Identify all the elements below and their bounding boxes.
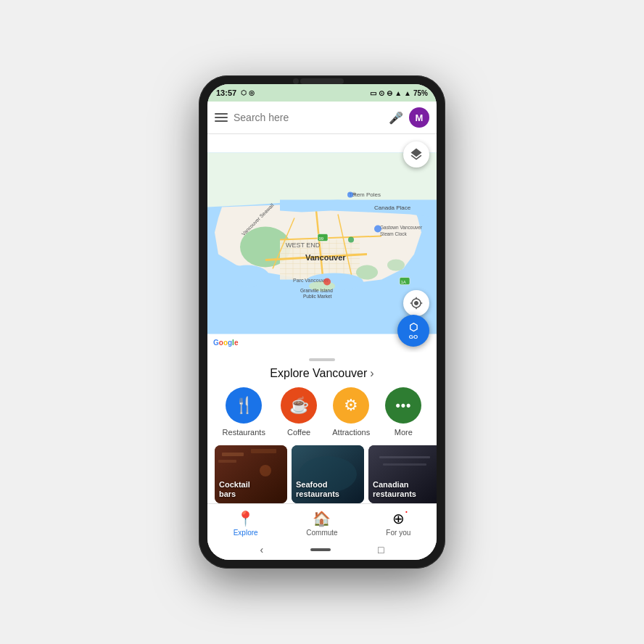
svg-rect-52 (218, 460, 236, 463)
svg-point-44 (347, 192, 353, 198)
seafood-restaurants-card[interactable]: Seafoodrestaurants (292, 445, 364, 503)
minus-icon: ⊖ (387, 89, 392, 97)
svg-point-26 (356, 265, 378, 280)
svg-rect-50 (222, 453, 244, 456)
google-logo: Google (213, 339, 238, 347)
home-button[interactable] (310, 548, 331, 551)
seafood-restaurants-label: Seafoodrestaurants (296, 480, 339, 499)
attractions-icon: ⚙ (333, 387, 369, 424)
cast-icon: ▭ (370, 89, 376, 97)
status-bar: 13:57 ⬡ ◎ ▭ ⊙ ⊖ ▲ ▲ 75% (207, 84, 437, 102)
svg-rect-60 (383, 463, 426, 466)
time: 13:57 (216, 88, 236, 97)
svg-point-53 (260, 465, 271, 476)
go-button[interactable]: ⬡ GO (397, 315, 429, 347)
svg-point-43 (374, 226, 381, 233)
svg-text:Granville Island: Granville Island (300, 288, 333, 293)
canadian-restaurants-card[interactable]: Canadianrestaurants (368, 445, 437, 503)
location-button[interactable] (403, 290, 429, 316)
battery: 75% (413, 89, 428, 97)
search-bar: 🎤 M (207, 102, 437, 134)
phone-frame: 13:57 ⬡ ◎ ▭ ⊙ ⊖ ▲ ▲ 75% 🎤 M (199, 75, 445, 569)
svg-text:Public Market: Public Market (303, 294, 332, 299)
nav-explore[interactable]: 📍 Explore (207, 510, 284, 537)
map-layers-button[interactable] (403, 141, 429, 168)
categories: 🍴 Restaurants ☕ Coffee ⚙ Attractions •••… (207, 387, 437, 445)
svg-rect-59 (379, 456, 430, 458)
mic-icon[interactable]: 🎤 (389, 111, 403, 125)
category-attractions[interactable]: ⚙ Attractions (332, 387, 370, 437)
svg-point-47 (348, 237, 354, 243)
svg-text:1A: 1A (401, 280, 406, 284)
svg-point-46 (323, 278, 331, 286)
more-label: More (395, 428, 413, 437)
bottom-navigation: 📍 Explore 🏠 Commute ⊕• For you (207, 503, 437, 540)
svg-text:99: 99 (319, 236, 324, 241)
explore-arrow[interactable]: › (370, 367, 373, 380)
svg-point-25 (226, 265, 269, 287)
wifi-icon: ▲ (395, 89, 402, 97)
coffee-icon: ☕ (281, 387, 317, 424)
svg-text:Vancouver: Vancouver (305, 253, 346, 262)
canadian-restaurants-label: Canadianrestaurants (373, 480, 416, 499)
category-coffee[interactable]: ☕ Coffee (281, 387, 317, 437)
restaurants-icon: 🍴 (226, 387, 262, 424)
speaker (300, 78, 344, 84)
location-status-icon: ⊙ (379, 89, 384, 97)
cocktail-bars-card[interactable]: Cocktailbars (215, 445, 287, 503)
system-navigation: ‹ □ (207, 540, 437, 560)
camera (293, 78, 299, 84)
attractions-label: Attractions (332, 428, 370, 437)
category-more[interactable]: ••• More (385, 387, 421, 437)
for-you-nav-label: For you (386, 529, 410, 537)
commute-nav-icon: 🏠 (313, 510, 331, 527)
svg-text:WEST END: WEST END (286, 242, 321, 249)
live-icon: ⬡ ◎ (241, 89, 255, 96)
bottom-sheet: Explore Vancouver › 🍴 Restaurants ☕ Coff… (207, 352, 437, 503)
svg-text:Gastown Vancouver: Gastown Vancouver (380, 225, 423, 230)
phone-screen: 13:57 ⬡ ◎ ▭ ⊙ ⊖ ▲ ▲ 75% 🎤 M (207, 84, 437, 560)
explore-title: Explore Vancouver (270, 367, 367, 380)
coffee-label: Coffee (287, 428, 310, 437)
for-you-nav-icon: ⊕• (392, 510, 405, 527)
commute-nav-label: Commute (306, 529, 337, 537)
back-button[interactable]: ‹ (260, 544, 263, 556)
explore-header: Explore Vancouver › (207, 364, 437, 387)
signal-icon: ▲ (404, 89, 411, 97)
svg-point-27 (387, 260, 405, 271)
avatar[interactable]: M (409, 107, 429, 128)
explore-nav-label: Explore (234, 529, 258, 537)
category-restaurants[interactable]: 🍴 Restaurants (223, 387, 265, 437)
explore-nav-icon: 📍 (236, 510, 255, 527)
map-area[interactable]: Totem Poles 🏛 Vancouver Seawall Canada P… (207, 134, 437, 352)
restaurants-label: Restaurants (223, 428, 265, 437)
nav-commute[interactable]: 🏠 Commute (284, 510, 360, 537)
drag-handle[interactable] (309, 358, 335, 361)
menu-button[interactable] (215, 113, 228, 122)
cocktail-bars-label: Cocktailbars (219, 480, 250, 499)
search-input[interactable] (234, 112, 383, 123)
nav-for-you[interactable]: ⊕• For you (360, 510, 437, 537)
svg-text:Canada Place: Canada Place (374, 205, 411, 211)
svg-text:Steam Clock: Steam Clock (380, 231, 408, 236)
recents-button[interactable]: □ (378, 544, 384, 556)
more-icon: ••• (385, 387, 421, 424)
place-cards: Cocktailbars (207, 445, 437, 503)
go-label: GO (409, 334, 418, 340)
svg-rect-51 (251, 449, 276, 453)
